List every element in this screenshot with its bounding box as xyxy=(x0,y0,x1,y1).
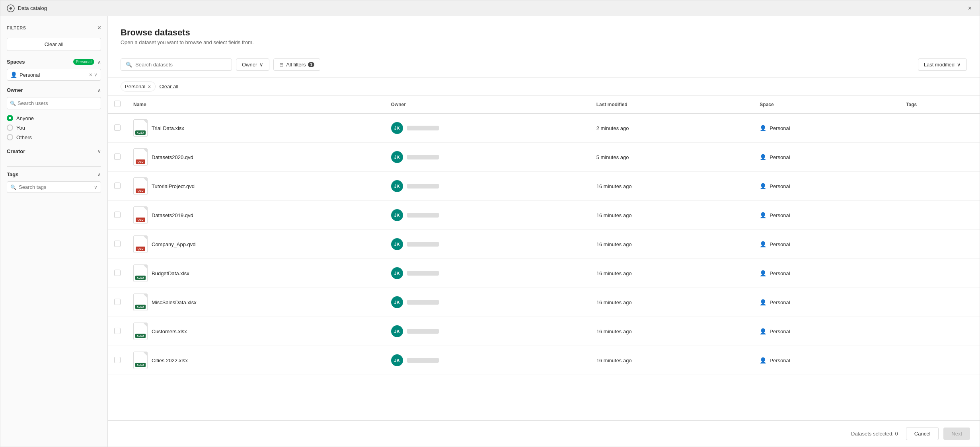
row-name-cell: XLSX BudgetData.xlsx xyxy=(127,259,385,288)
space-cell: 👤 Personal xyxy=(760,357,893,363)
file-info: QVD Datasets2020.qvd xyxy=(133,148,378,166)
row-checkbox[interactable] xyxy=(114,328,121,334)
owner-others-radio[interactable] xyxy=(7,134,13,140)
table-row: XLSX Cities 2022.xlsx JK 16 minutes ago … xyxy=(108,346,980,375)
owner-filter-chevron-icon: ∨ xyxy=(259,62,263,68)
space-user-icon: 👤 xyxy=(760,212,766,218)
personal-filter-remove-button[interactable]: × xyxy=(148,84,151,89)
tags-search-input[interactable] xyxy=(19,184,92,190)
owner-anyone-option[interactable]: Anyone xyxy=(7,115,101,121)
clear-all-button[interactable]: Clear all xyxy=(7,38,101,51)
row-checkbox[interactable] xyxy=(114,299,121,305)
file-type-label: QVD xyxy=(136,218,145,222)
space-name: Personal xyxy=(770,212,790,218)
tags-dropdown-icon: ∨ xyxy=(94,185,97,190)
owner-name-blur xyxy=(407,271,439,276)
row-last-modified-cell: 16 minutes ago xyxy=(590,259,754,288)
spaces-section-header[interactable]: Spaces Personal ∧ xyxy=(7,59,101,65)
main-panel: Browse datasets Open a dataset you want … xyxy=(108,16,980,447)
col-name: Name xyxy=(127,96,385,113)
space-cell: 👤 Personal xyxy=(760,212,893,218)
row-name-cell: QVD Datasets2019.qvd xyxy=(127,201,385,230)
space-name: Personal xyxy=(770,154,790,160)
row-name-cell: XLSX Cities 2022.xlsx xyxy=(127,346,385,375)
space-clear-button[interactable]: × xyxy=(89,72,92,78)
dataset-search-input[interactable] xyxy=(135,62,227,68)
sidebar-header: FILTERS × xyxy=(7,24,101,31)
space-user-icon: 👤 xyxy=(760,241,766,247)
file-icon: XLSX xyxy=(133,293,148,311)
tags-label: Tags xyxy=(7,171,18,177)
space-selector-text: Personal xyxy=(19,72,87,78)
row-space-cell: 👤 Personal xyxy=(753,201,900,230)
owner-name-blur xyxy=(407,300,439,305)
app-title: Data catalog xyxy=(18,5,47,11)
col-space: Space xyxy=(753,96,900,113)
footer: Datasets selected: 0 Cancel Next xyxy=(108,420,980,447)
row-checkbox[interactable] xyxy=(114,183,121,189)
owner-avatar: JK xyxy=(391,180,403,192)
row-last-modified-cell: 5 minutes ago xyxy=(590,143,754,172)
space-cell: 👤 Personal xyxy=(760,299,893,305)
all-filters-button[interactable]: ⊟ All filters 1 xyxy=(273,58,320,71)
file-info: XLSX Customers.xlsx xyxy=(133,323,378,340)
owner-you-option[interactable]: You xyxy=(7,124,101,131)
row-checkbox[interactable] xyxy=(114,357,121,363)
owner-section-header[interactable]: Owner ∧ xyxy=(7,87,101,93)
owner-filter-button[interactable]: Owner ∨ xyxy=(236,58,269,71)
row-space-cell: 👤 Personal xyxy=(753,230,900,259)
row-checkbox[interactable] xyxy=(114,270,121,276)
row-owner-cell: JK xyxy=(385,143,590,172)
space-name: Personal xyxy=(770,270,790,276)
table-row: QVD Datasets2020.qvd JK 5 minutes ago 👤 … xyxy=(108,143,980,172)
row-space-cell: 👤 Personal xyxy=(753,143,900,172)
row-checkbox-cell xyxy=(108,259,127,288)
window-close-button[interactable]: × xyxy=(966,3,973,14)
sidebar-close-button[interactable]: × xyxy=(97,24,101,31)
creator-filter-section: Creator ∨ xyxy=(7,148,101,158)
space-selector[interactable]: 👤 Personal × ∨ xyxy=(7,69,101,81)
creator-label: Creator xyxy=(7,148,25,154)
space-name: Personal xyxy=(770,183,790,189)
owner-avatar: JK xyxy=(391,267,403,279)
next-button[interactable]: Next xyxy=(943,428,970,440)
file-type-label: XLSX xyxy=(135,130,146,135)
creator-section-header[interactable]: Creator ∨ xyxy=(7,148,101,154)
space-user-icon: 👤 xyxy=(10,72,17,78)
file-info: XLSX BudgetData.xlsx xyxy=(133,264,378,282)
file-type-label: XLSX xyxy=(135,363,146,367)
owner-others-option[interactable]: Others xyxy=(7,134,101,140)
owner-cell: JK xyxy=(391,151,584,163)
row-tags-cell xyxy=(900,288,980,317)
table-body: XLSX Trial Data.xlsx JK 2 minutes ago 👤 … xyxy=(108,113,980,375)
owner-anyone-radio[interactable] xyxy=(7,115,13,121)
row-checkbox[interactable] xyxy=(114,154,121,160)
file-info: QVD Datasets2019.qvd xyxy=(133,206,378,224)
tags-search-wrapper: 🔍 ∨ xyxy=(7,181,101,193)
active-filters-clear-all-button[interactable]: Clear all xyxy=(160,84,179,89)
row-owner-cell: JK xyxy=(385,317,590,346)
cancel-button[interactable]: Cancel xyxy=(906,427,939,440)
space-user-icon: 👤 xyxy=(760,328,766,334)
row-checkbox[interactable] xyxy=(114,212,121,218)
sidebar: FILTERS × Clear all Spaces Personal ∧ 👤 … xyxy=(0,16,108,447)
row-tags-cell xyxy=(900,259,980,288)
row-checkbox[interactable] xyxy=(114,241,121,247)
app-window: Data catalog × FILTERS × Clear all Space… xyxy=(0,0,980,447)
row-checkbox[interactable] xyxy=(114,124,121,131)
last-modified-button[interactable]: Last modified ∨ xyxy=(918,58,967,71)
tags-section-header[interactable]: Tags ∧ xyxy=(7,171,101,177)
owner-filter-label: Owner xyxy=(242,62,257,68)
owner-you-radio[interactable] xyxy=(7,124,13,131)
row-last-modified-cell: 16 minutes ago xyxy=(590,172,754,201)
owner-search-input[interactable] xyxy=(7,97,101,109)
file-info: XLSX Cities 2022.xlsx xyxy=(133,352,378,369)
row-tags-cell xyxy=(900,172,980,201)
personal-filter-tag[interactable]: Personal × xyxy=(121,82,156,91)
title-bar-left: Data catalog xyxy=(7,4,47,12)
select-all-checkbox[interactable] xyxy=(114,101,121,107)
filter-icon: ⊟ xyxy=(279,62,284,68)
file-icon: XLSX xyxy=(133,119,148,137)
owner-name-blur xyxy=(407,358,439,363)
row-space-cell: 👤 Personal xyxy=(753,288,900,317)
